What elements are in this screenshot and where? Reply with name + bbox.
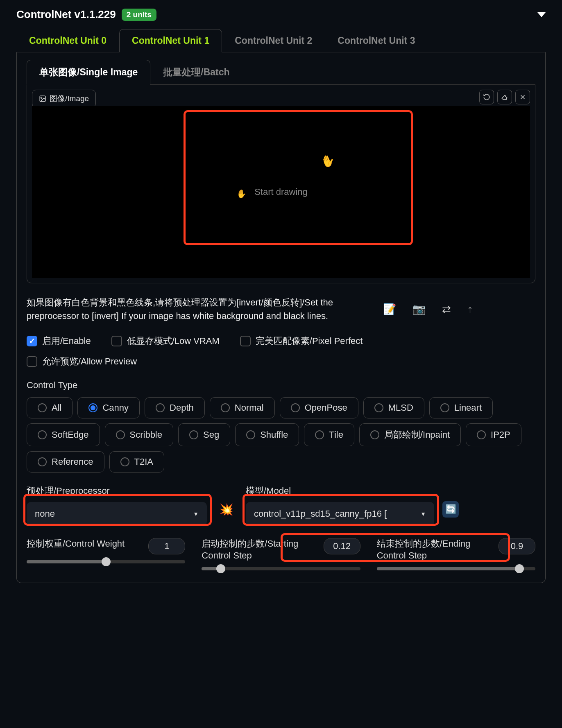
unit-tabs: ControlNet Unit 0 ControlNet Unit 1 Cont… [16,29,546,52]
image-tab-button[interactable]: 图像/Image [32,90,96,108]
erase-button[interactable] [497,90,512,104]
radio-inpaint[interactable]: 局部绘制/Inpaint [359,423,461,446]
radio-canny[interactable]: Canny [77,397,140,418]
weight-slider[interactable] [27,560,185,563]
weight-input[interactable]: 1 [148,538,185,554]
chevron-down-icon: ▼ [193,511,199,517]
title: ControlNet v1.1.229 [16,8,116,21]
check-icon [27,356,37,367]
units-badge: 2 units [122,9,156,21]
tab-unit-0[interactable]: ControlNet Unit 0 [16,29,119,52]
hand-sketch-2: ✋ [236,189,247,199]
model-select[interactable]: control_v11p_sd15_canny_fp16 [ ▼ [246,502,434,526]
checkbox-pixelperfect-label: 完美匹配像素/Pixel Perfect [256,335,363,347]
preprocessor-select[interactable]: none ▼ [27,502,207,526]
radio-openpose[interactable]: OpenPose [280,397,358,418]
check-icon [111,336,122,346]
preprocessor-value: none [35,509,55,519]
radio-depth[interactable]: Depth [145,397,205,418]
radio-t2ia[interactable]: T2IA [109,451,164,473]
send-up-icon[interactable]: ↑ [467,303,473,316]
check-icon: ✓ [27,336,37,346]
close-button[interactable] [515,90,530,104]
start-drawing-label: Start drawing [254,187,308,197]
image-icon [39,95,46,102]
end-step-label: 结束控制的步数/Ending Control Step [377,538,475,561]
radio-shuffle[interactable]: Shuffle [235,423,299,446]
close-icon [519,93,526,101]
radio-normal[interactable]: Normal [210,397,275,418]
weight-label: 控制权重/Control Weight [27,538,125,550]
tab-unit-3[interactable]: ControlNet Unit 3 [325,29,428,52]
svg-point-1 [41,97,42,98]
slider-thumb[interactable] [102,557,111,566]
end-step-slider[interactable] [377,567,535,570]
radio-all[interactable]: All [27,397,73,418]
panel-header: ControlNet v1.1.229 2 units [16,8,546,21]
checkbox-enable[interactable]: ✓ 启用/Enable [27,335,91,347]
radio-softedge[interactable]: SoftEdge [27,423,100,446]
checkbox-pixelperfect[interactable]: 完美匹配像素/Pixel Perfect [240,335,363,347]
check-icon [240,336,251,346]
checkbox-lowvram-label: 低显存模式/Low VRAM [127,335,220,347]
undo-button[interactable] [479,90,494,104]
checkbox-lowvram[interactable]: 低显存模式/Low VRAM [111,335,220,347]
slider-thumb[interactable] [216,564,225,573]
checkbox-enable-label: 启用/Enable [42,335,91,347]
control-type-group: All Canny Depth Normal OpenPose MLSD Lin… [27,397,535,473]
unit-panel: 单张图像/Single Image 批量处理/Batch 图像/Image [16,52,546,583]
end-step-input[interactable]: 0.9 [499,538,535,554]
radio-reference[interactable]: Reference [27,451,104,473]
preprocessor-label: 预处理/Preprocessor [27,485,207,497]
camera-icon[interactable]: 📷 [412,303,426,316]
tab-unit-2[interactable]: ControlNet Unit 2 [222,29,325,52]
radio-mlsd[interactable]: MLSD [363,397,424,418]
drawing-canvas[interactable]: ✋ ✋ Start drawing [32,106,530,278]
checkbox-allowpreview-label: 允许预览/Allow Preview [42,355,137,368]
undo-icon [483,93,490,101]
tab-single-image[interactable]: 单张图像/Single Image [27,60,150,85]
slider-thumb[interactable] [515,564,524,573]
model-value: control_v11p_sd15_canny_fp16 [ [254,509,387,519]
start-step-slider[interactable] [202,567,360,570]
radio-scribble[interactable]: Scribble [105,423,173,446]
checkbox-allowpreview[interactable]: 允许预览/Allow Preview [27,355,137,368]
chevron-down-icon: ▼ [420,511,426,517]
run-preprocessor-button[interactable]: 💥 [215,503,238,516]
radio-seg[interactable]: Seg [178,423,230,446]
image-upload-area: 图像/Image [27,85,535,283]
start-step-input[interactable]: 0.12 [324,538,360,554]
refresh-models-button[interactable]: 🔄 [442,501,459,518]
erase-icon [501,93,508,101]
model-label: 模型/Model [246,485,434,497]
control-type-label: Control Type [27,380,535,391]
tab-unit-1[interactable]: ControlNet Unit 1 [119,29,222,52]
preprocessor-hint: 如果图像有白色背景和黑色线条,请将预处理器设置为[invert/颜色反转]/Se… [27,296,371,323]
radio-tile[interactable]: Tile [304,423,354,446]
radio-lineart[interactable]: Lineart [429,397,493,418]
start-step-label: 启动控制的步数/Starting Control Step [202,538,300,561]
tab-batch[interactable]: 批量处理/Batch [150,60,242,84]
swap-icon[interactable]: ⇄ [442,303,451,316]
edit-icon[interactable]: 📝 [383,303,396,316]
image-tab-label: 图像/Image [50,93,89,104]
collapse-caret-icon[interactable] [537,12,546,17]
highlight-canvas [184,110,413,245]
radio-ip2p[interactable]: IP2P [466,423,521,446]
image-mode-tabs: 单张图像/Single Image 批量处理/Batch [27,60,535,85]
